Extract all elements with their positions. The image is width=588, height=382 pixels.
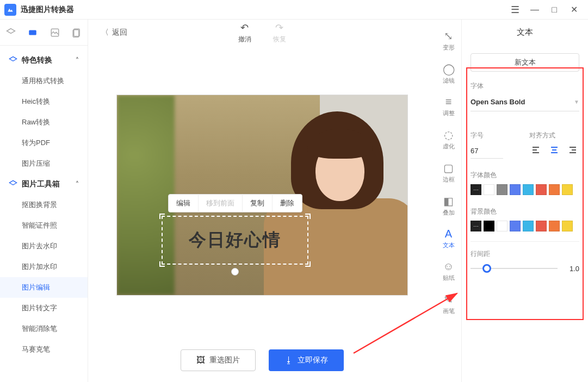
delete-button[interactable]: 删除 xyxy=(273,194,302,212)
text-layer[interactable]: 今日好心情 xyxy=(162,216,308,265)
sidebar-mode-tabs xyxy=(0,20,88,46)
nav-item[interactable]: 智能证件照 xyxy=(0,215,88,236)
undo-button[interactable]: ↶ 撤消 xyxy=(238,22,251,44)
hamburger-icon[interactable]: ☰ xyxy=(505,2,525,17)
font-color-swatch[interactable] xyxy=(497,184,507,195)
line-height-label: 行间距 xyxy=(471,249,579,259)
maximize-button[interactable]: □ xyxy=(544,2,564,17)
panel-title: 文本 xyxy=(462,20,588,45)
tool-调整[interactable]: ≡调整 xyxy=(438,92,460,121)
tool-虚化[interactable]: ◌虚化 xyxy=(438,125,460,154)
nav-item[interactable]: 图片压缩 xyxy=(0,153,88,174)
align-center-button[interactable] xyxy=(548,143,561,156)
selection-toolbar: 编辑 移到前面 复制 删除 xyxy=(168,194,302,212)
edit-text-button[interactable]: 编辑 xyxy=(169,194,199,212)
font-color-swatch[interactable] xyxy=(549,184,560,195)
titlebar: 迅捷图片转换器 ☰ — □ ✕ xyxy=(0,0,588,20)
tool-文本[interactable]: A文本 xyxy=(438,224,460,253)
line-height-slider[interactable] xyxy=(471,264,558,273)
align-left-button[interactable] xyxy=(529,143,542,156)
resize-handle-br[interactable] xyxy=(305,261,311,267)
back-label: 返回 xyxy=(112,28,127,37)
tool-滤镜[interactable]: ◯滤镜 xyxy=(438,59,460,88)
nav-item[interactable]: 智能消除笔 xyxy=(0,318,88,339)
mode-tab-3-icon[interactable] xyxy=(49,27,60,38)
滤镜-icon: ◯ xyxy=(443,62,455,76)
redo-button[interactable]: ↷ 恢复 xyxy=(273,22,286,44)
bg-color-swatch[interactable] xyxy=(523,221,534,231)
redo-icon: ↷ xyxy=(275,22,283,34)
resize-handle-tr[interactable] xyxy=(305,214,311,219)
move-front-button[interactable]: 移到前面 xyxy=(199,194,243,212)
font-select[interactable]: Open Sans Bold ▼ xyxy=(471,93,579,111)
叠加-icon: ◧ xyxy=(443,195,454,208)
new-text-button[interactable]: 新文本 xyxy=(471,53,579,72)
tool-叠加[interactable]: ◧叠加 xyxy=(438,191,460,220)
bg-color-swatch[interactable] xyxy=(562,221,573,231)
nav-item[interactable]: 转为PDF xyxy=(0,133,88,153)
resize-handle-bl[interactable] xyxy=(159,261,165,267)
minimize-button[interactable]: — xyxy=(525,2,544,17)
变形-icon: ⤡ xyxy=(444,29,453,42)
svg-marker-0 xyxy=(7,28,15,33)
tool-边框[interactable]: ▢边框 xyxy=(438,158,460,187)
svg-marker-5 xyxy=(9,57,16,61)
chevron-up-icon: ˄ xyxy=(76,180,79,188)
font-color-swatch[interactable] xyxy=(536,184,547,195)
line-height-value: 1.0 xyxy=(563,265,579,273)
svg-rect-1 xyxy=(29,30,37,35)
nav-item[interactable]: 通用格式转换 xyxy=(0,71,88,91)
bg-color-more[interactable]: ⋯ xyxy=(471,221,481,231)
resize-handle-tl[interactable] xyxy=(159,214,165,219)
back-button[interactable]: 〈 返回 xyxy=(101,28,127,37)
font-color-swatch[interactable] xyxy=(523,184,534,195)
align-right-button[interactable] xyxy=(566,143,579,156)
size-label: 字号 xyxy=(471,131,518,140)
文本-icon: A xyxy=(445,228,452,240)
nav-item[interactable]: 抠图换背景 xyxy=(0,195,88,215)
bg-color-swatch[interactable] xyxy=(510,221,521,231)
nav-item[interactable]: 马赛克笔 xyxy=(0,339,88,360)
nav-item[interactable]: Heic转换 xyxy=(0,91,88,112)
sidebar: 特色转换˄通用格式转换Heic转换Raw转换转为PDF图片压缩图片工具箱˄抠图换… xyxy=(0,20,88,382)
tool-画笔[interactable]: ✎画笔 xyxy=(438,290,460,318)
font-color-more[interactable]: ⋯ xyxy=(471,184,481,195)
copy-button[interactable]: 复制 xyxy=(243,194,273,212)
贴纸-icon: ☺ xyxy=(443,260,454,273)
nav-item[interactable]: 图片加水印 xyxy=(0,256,88,277)
mode-tab-2-icon[interactable] xyxy=(27,27,38,38)
section-icon xyxy=(9,56,17,65)
chevron-left-icon: 〈 xyxy=(101,28,109,37)
bg-color-swatch[interactable] xyxy=(497,221,507,231)
undo-icon: ↶ xyxy=(240,22,249,34)
bg-color-swatch[interactable] xyxy=(549,221,560,231)
tool-贴纸[interactable]: ☺贴纸 xyxy=(438,257,460,285)
边框-icon: ▢ xyxy=(443,161,454,174)
svg-marker-6 xyxy=(9,180,16,185)
download-icon: ⭳ xyxy=(284,355,293,365)
tool-strip: ⤡变形◯滤镜≡调整◌虚化▢边框◧叠加A文本☺贴纸✎画笔 xyxy=(436,20,462,382)
nav-item[interactable]: 图片转文字 xyxy=(0,298,88,318)
close-button[interactable]: ✕ xyxy=(564,2,584,17)
nav-item[interactable]: 图片去水印 xyxy=(0,236,88,256)
font-color-swatch[interactable] xyxy=(562,184,573,195)
mode-tab-1-icon[interactable] xyxy=(5,27,16,38)
bg-color-swatch[interactable] xyxy=(536,221,547,231)
rotate-handle[interactable] xyxy=(231,268,239,275)
font-size-input[interactable] xyxy=(471,143,503,159)
font-color-swatch[interactable] xyxy=(510,184,521,195)
bg-color-swatch[interactable] xyxy=(484,221,494,231)
font-color-swatch[interactable] xyxy=(484,184,494,195)
reselect-image-button[interactable]: 🖼 重选图片 xyxy=(181,349,256,371)
tool-变形[interactable]: ⤡变形 xyxy=(438,26,460,55)
mode-tab-4-icon[interactable] xyxy=(71,27,82,38)
save-button[interactable]: ⭳ 立即保存 xyxy=(269,349,344,371)
nav-item[interactable]: Raw转换 xyxy=(0,112,88,133)
canvas[interactable]: 编辑 移到前面 复制 删除 今日好心情 xyxy=(116,95,408,296)
app-logo xyxy=(4,4,16,16)
app-title: 迅捷图片转换器 xyxy=(21,5,74,15)
nav-section[interactable]: 图片工具箱˄ xyxy=(0,174,88,195)
nav-section[interactable]: 特色转换˄ xyxy=(0,50,88,71)
nav-item[interactable]: 图片编辑 xyxy=(0,277,88,298)
image-icon: 🖼 xyxy=(196,355,205,365)
